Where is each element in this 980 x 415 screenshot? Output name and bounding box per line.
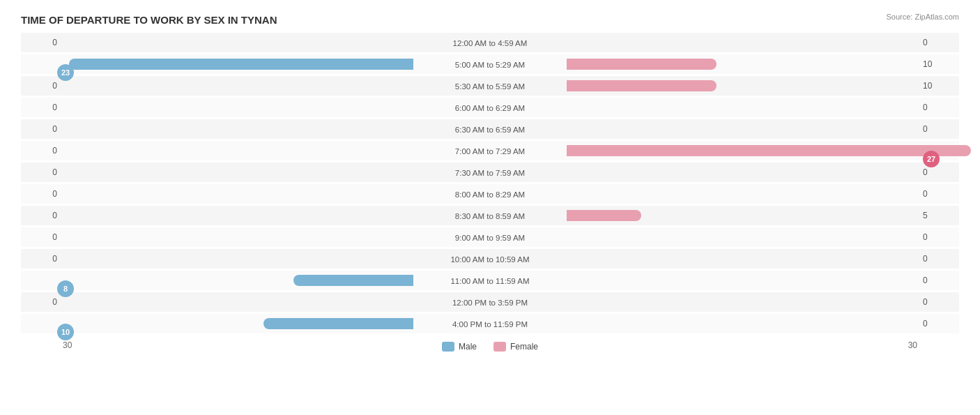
table-row: 06:30 AM to 6:59 AM0 xyxy=(21,119,959,139)
left-bars xyxy=(63,100,413,114)
time-label: 6:30 AM to 6:59 AM xyxy=(413,123,567,135)
female-badge: 27 xyxy=(923,151,940,167)
center-section: 8:00 AM to 8:29 AM xyxy=(63,184,917,204)
male-value: 0 xyxy=(21,103,63,112)
source-text: Source: ZipAtlas.com xyxy=(886,13,959,21)
center-section: 7:00 AM to 7:29 AM xyxy=(63,141,917,160)
female-value: 0 xyxy=(917,189,959,199)
table-row: 012:00 AM to 4:59 AM0 xyxy=(21,33,959,52)
label-text: 7:00 AM to 7:29 AM xyxy=(455,147,525,156)
label-text: 5:00 AM to 5:29 AM xyxy=(455,61,525,69)
legend-male-color xyxy=(442,342,454,352)
female-bar xyxy=(567,145,971,156)
time-label: 8:00 AM to 8:29 AM xyxy=(413,188,567,200)
label-text: 12:00 PM to 3:59 PM xyxy=(452,299,528,307)
right-bars xyxy=(567,252,917,266)
chart-container: TIME OF DEPARTURE TO WORK BY SEX IN TYNA… xyxy=(0,0,980,415)
right-bars xyxy=(567,187,917,201)
female-value: 0 xyxy=(917,38,959,47)
axis-right: 30 xyxy=(908,340,917,350)
female-value: 0 xyxy=(917,319,959,329)
male-value: 0 xyxy=(21,146,63,156)
male-value: 0 xyxy=(21,81,63,91)
right-bars xyxy=(567,79,917,93)
chart-title: TIME OF DEPARTURE TO WORK BY SEX IN TYNA… xyxy=(21,14,959,26)
right-bars xyxy=(567,295,917,309)
male-badge: 10 xyxy=(57,324,74,340)
legend-male: Male xyxy=(442,342,477,352)
table-row: 010:00 AM to 10:59 AM0 xyxy=(21,249,959,269)
male-value: 0 xyxy=(21,189,63,199)
left-bars xyxy=(63,165,413,179)
female-value: 0 xyxy=(917,124,959,134)
table-row: 07:30 AM to 7:59 AM0 xyxy=(21,163,959,182)
center-section: 4:00 PM to 11:59 PM xyxy=(63,314,917,333)
right-bars xyxy=(567,57,917,71)
male-value: 0 xyxy=(21,297,63,307)
label-text: 12:00 AM to 4:59 AM xyxy=(453,39,528,47)
time-label: 6:00 AM to 6:29 AM xyxy=(413,101,567,114)
legend-female: Female xyxy=(493,342,538,352)
legend: Male Female xyxy=(442,342,538,352)
female-value: 0 xyxy=(917,254,959,264)
right-bars xyxy=(567,317,917,331)
time-label: 5:00 AM to 5:29 AM xyxy=(413,58,567,70)
center-section: 12:00 PM to 3:59 PM xyxy=(63,292,917,312)
table-row: 05:30 AM to 5:59 AM10 xyxy=(21,76,959,96)
male-value: 0 xyxy=(21,124,63,134)
left-bars xyxy=(63,295,413,309)
time-label: 12:00 PM to 3:59 PM xyxy=(413,296,567,308)
male-value: 0 xyxy=(21,211,63,220)
right-bars xyxy=(567,230,917,244)
right-bars xyxy=(567,36,917,50)
male-bar xyxy=(69,59,413,70)
table-row: 09:00 AM to 9:59 AM0 xyxy=(21,227,959,247)
left-bars xyxy=(63,317,413,331)
female-bar xyxy=(567,59,717,70)
left-bars xyxy=(63,230,413,244)
label-text: 8:00 AM to 8:29 AM xyxy=(455,190,525,199)
center-section: 5:30 AM to 5:59 AM xyxy=(63,76,917,96)
legend-female-label: Female xyxy=(510,342,538,352)
left-bars xyxy=(63,36,413,50)
female-value: 0 xyxy=(917,276,959,285)
center-section: 8:30 AM to 8:59 AM xyxy=(63,206,917,225)
female-value: 0 xyxy=(917,297,959,307)
label-text: 5:30 AM to 5:59 AM xyxy=(455,82,525,91)
right-bars xyxy=(567,122,917,136)
label-text: 8:30 AM to 8:59 AM xyxy=(455,212,525,220)
legend-male-label: Male xyxy=(459,342,477,352)
time-label: 7:30 AM to 7:59 AM xyxy=(413,166,567,179)
label-text: 10:00 AM to 10:59 AM xyxy=(450,255,529,264)
left-bars xyxy=(63,144,413,158)
female-value: 10 xyxy=(917,81,959,91)
time-label: 7:00 AM to 7:29 AM xyxy=(413,144,567,157)
right-bars xyxy=(567,209,917,222)
center-section: 7:30 AM to 7:59 AM xyxy=(63,163,917,182)
left-bars xyxy=(63,187,413,201)
female-value: 10 xyxy=(917,59,959,69)
left-bars xyxy=(63,252,413,266)
time-label: 5:30 AM to 5:59 AM xyxy=(413,80,567,92)
chart-area: 012:00 AM to 4:59 AM0235:00 AM to 5:29 A… xyxy=(21,31,959,356)
table-row: 07:00 AM to 7:29 AM27 xyxy=(21,141,959,160)
center-section: 6:30 AM to 6:59 AM xyxy=(63,119,917,139)
label-text: 6:30 AM to 6:59 AM xyxy=(455,126,525,134)
right-bars xyxy=(567,273,917,287)
female-value: 0 xyxy=(917,167,959,177)
label-text: 6:00 AM to 6:29 AM xyxy=(455,104,525,112)
male-value: 0 xyxy=(21,232,63,242)
time-label: 8:30 AM to 8:59 AM xyxy=(413,209,567,222)
female-bar xyxy=(567,210,641,221)
male-value: 0 xyxy=(21,167,63,177)
label-text: 11:00 AM to 11:59 AM xyxy=(450,277,529,285)
time-label: 4:00 PM to 11:59 PM xyxy=(413,317,567,330)
center-section: 6:00 AM to 6:29 AM xyxy=(63,98,917,117)
left-bars xyxy=(63,273,413,287)
center-section: 9:00 AM to 9:59 AM xyxy=(63,227,917,247)
male-value: 0 xyxy=(21,254,63,264)
axis-bottom: 30 Male Female 30 xyxy=(21,339,959,352)
female-value: 5 xyxy=(917,211,959,220)
table-row: 06:00 AM to 6:29 AM0 xyxy=(21,98,959,117)
label-text: 4:00 PM to 11:59 PM xyxy=(452,320,528,329)
